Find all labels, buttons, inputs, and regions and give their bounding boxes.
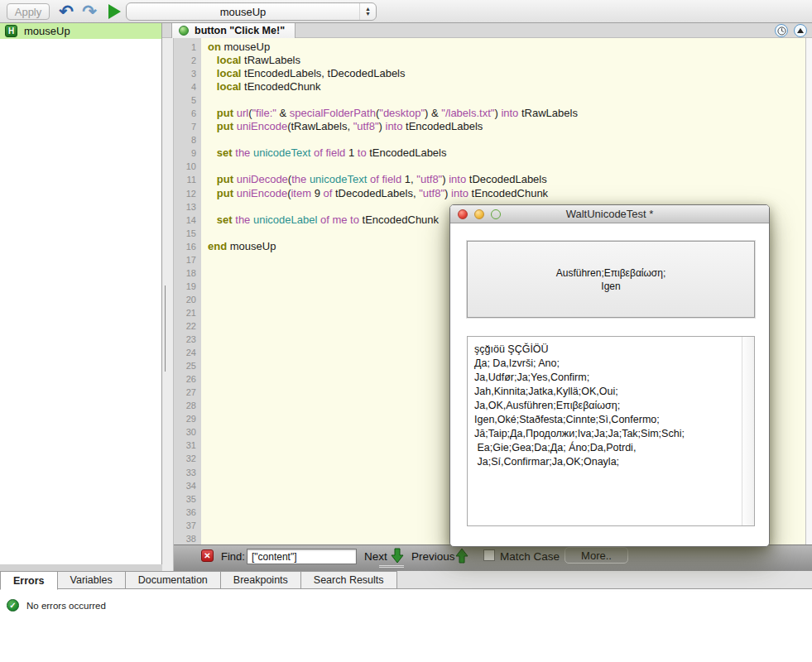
handler-dropdown[interactable]: mouseUp ▲▼ [126, 2, 377, 21]
toolbar: Apply ↶ ↷ mouseUp ▲▼ [0, 0, 812, 23]
code-line[interactable]: put uniDecode(the unicodeText of field 1… [208, 173, 805, 186]
sidebar-footer-strip [0, 564, 174, 571]
line-number: 18 [174, 266, 201, 280]
close-window-icon[interactable] [458, 209, 468, 219]
line-number: 21 [174, 306, 201, 319]
find-input[interactable]: ["content"] [247, 549, 357, 564]
line-number: 3 [174, 67, 201, 80]
line-number: 4 [174, 80, 201, 94]
code-line[interactable]: on mouseUp [208, 41, 805, 54]
line-number: 15 [174, 227, 201, 240]
line-number: 35 [174, 492, 201, 506]
editor-vertical-scrollbar[interactable] [805, 38, 812, 544]
tab-documentation[interactable]: Documentation [126, 571, 221, 589]
click-me-button[interactable]: Ausführen;Επιβεβαίωση; Igen [467, 241, 755, 318]
script-tab-bar: button "Click Me!" [162, 23, 812, 38]
field-text-line: Ja,Udfør;Ja;Yes,Confirm; [474, 371, 738, 385]
line-number: 17 [174, 253, 201, 266]
code-line[interactable]: local tEncodedLabels, tDecodedLabels [208, 67, 805, 80]
field-text-line: şçğıöü ŞÇĞİÖÜ [474, 343, 738, 357]
tab-variables[interactable]: Variables [58, 571, 126, 589]
line-number: 9 [174, 146, 201, 160]
button-unicode-label-line2: Igen [601, 280, 620, 293]
line-number: 2 [174, 54, 201, 67]
line-number: 28 [174, 399, 201, 412]
field-vertical-scrollbar[interactable] [742, 337, 754, 525]
line-number: 24 [174, 346, 201, 359]
code-line[interactable] [208, 94, 805, 107]
findbar-grip-icon[interactable] [379, 565, 404, 568]
next-down-arrow-icon[interactable] [391, 548, 404, 564]
redo-icon[interactable]: ↷ [79, 2, 99, 22]
stack-window-titlebar[interactable]: WaltUnicodeTest * [450, 205, 769, 223]
code-line[interactable] [208, 160, 805, 173]
code-line[interactable]: put url("file:" & specialFolderPath("des… [208, 107, 805, 120]
find-next-button[interactable]: Next [364, 550, 387, 563]
line-number: 14 [174, 213, 201, 227]
line-number: 26 [174, 372, 201, 386]
run-icon[interactable] [104, 2, 124, 22]
compile-status-dot-icon [179, 26, 189, 36]
tab-breakpoints[interactable]: Breakpoints [221, 571, 301, 589]
minimize-window-icon[interactable] [474, 209, 484, 219]
match-case-label: Match Case [500, 550, 560, 563]
find-bar: ✕ Find: ["content"] Next Previous Match … [174, 544, 812, 571]
code-line[interactable]: put uniEncode(item 9 of tDecodedLabels, … [208, 187, 805, 200]
button-unicode-label-line1: Ausführen;Επιβεβαίωση; [556, 266, 666, 280]
output-tab-bar: ErrorsVariablesDocumentationBreakpointsS… [0, 571, 812, 589]
stack-window-title: WaltUnicodeTest * [566, 208, 654, 220]
line-number: 20 [174, 293, 201, 306]
line-number: 32 [174, 452, 201, 465]
line-number: 19 [174, 280, 201, 293]
line-number-gutter: 1234567891011121314151617181920212223242… [174, 38, 201, 544]
code-line[interactable]: put uniEncode(tRawLabels, "utf8") into t… [208, 120, 805, 133]
field-text-line: Jah,Kinnita;Jatka,Kyllä;OK,Oui; [474, 385, 738, 399]
collapse-panel-icon[interactable] [794, 24, 807, 37]
line-number: 12 [174, 187, 201, 200]
sidebar-item-mouseup[interactable]: H mouseUp [0, 23, 161, 39]
handler-list-sidebar: H mouseUp [0, 23, 162, 564]
apply-button[interactable]: Apply [7, 3, 50, 20]
line-number: 27 [174, 386, 201, 399]
close-find-bar-icon[interactable]: ✕ [201, 549, 214, 562]
line-number: 22 [174, 319, 201, 333]
find-previous-button[interactable]: Previous [411, 550, 455, 563]
line-number: 11 [174, 173, 201, 186]
field-text-content[interactable]: şçğıöü ŞÇĞİÖÜДа; Da,Izvrši; Ano;Ja,Udfør… [468, 337, 742, 525]
tab-button-click-me[interactable]: button "Click Me!" [171, 23, 295, 38]
line-number: 25 [174, 359, 201, 372]
undo-icon[interactable]: ↶ [56, 2, 76, 22]
zoom-window-icon[interactable] [491, 209, 501, 219]
success-check-icon: ✓ [7, 599, 19, 612]
status-message: No errors occurred [26, 601, 106, 611]
line-number: 23 [174, 333, 201, 346]
dropdown-stepper-icon[interactable]: ▲▼ [359, 3, 376, 20]
line-number: 37 [174, 519, 201, 532]
unicode-text-field[interactable]: şçğıöü ŞÇĞİÖÜДа; Da,Izvrši; Ano;Ja,Udfør… [467, 336, 755, 526]
find-more-button[interactable]: More.. [565, 547, 628, 564]
line-number: 10 [174, 160, 201, 173]
line-number: 31 [174, 439, 201, 452]
line-number: 36 [174, 506, 201, 519]
code-line[interactable]: local tEncodedChunk [208, 80, 805, 94]
previous-up-arrow-icon[interactable] [455, 548, 468, 564]
line-number: 30 [174, 425, 201, 439]
match-case-checkbox[interactable] [483, 549, 495, 561]
code-line[interactable]: local tRawLabels [208, 54, 805, 67]
line-number: 16 [174, 240, 201, 253]
script-editor-window: Apply ↶ ↷ mouseUp ▲▼ H mouseUp button "C… [0, 0, 812, 662]
code-line[interactable]: set the unicodeText of field 1 to tEncod… [208, 146, 805, 160]
tab-errors[interactable]: Errors [0, 571, 58, 590]
stack-window[interactable]: WaltUnicodeTest * Ausführen;Επιβεβαίωση;… [449, 204, 770, 547]
field-text-line: Jā;Taip;Да,Продолжи;Iva;Ja;Ja;Tak;Sim;Sc… [474, 427, 738, 441]
script-tab-label: button "Click Me!" [195, 25, 285, 36]
line-number: 1 [174, 41, 201, 54]
tab-search-results[interactable]: Search Results [301, 571, 397, 589]
history-clock-icon[interactable] [775, 24, 788, 37]
splitter-grip-icon[interactable] [165, 285, 170, 329]
code-line[interactable] [208, 133, 805, 146]
line-number: 8 [174, 133, 201, 146]
line-number: 5 [174, 94, 201, 107]
sidebar-splitter[interactable] [162, 38, 174, 571]
field-text-line: Да; Da,Izvrši; Ano; [474, 357, 738, 371]
